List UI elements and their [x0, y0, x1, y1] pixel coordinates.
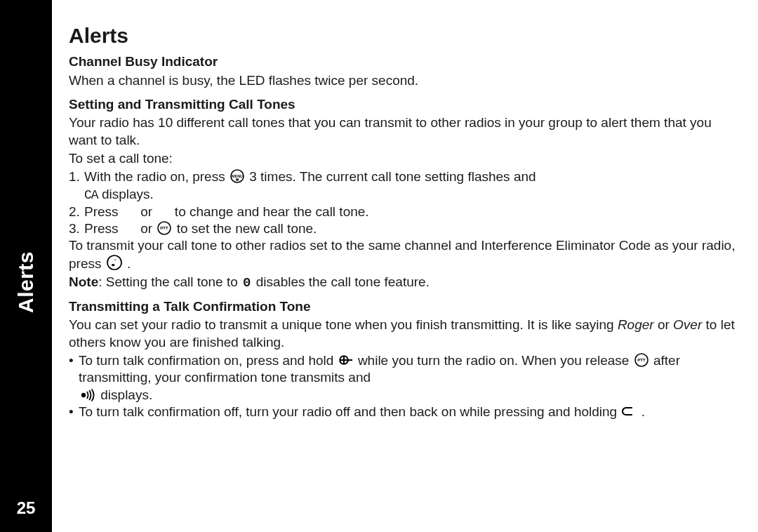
- transmit-icon: [339, 353, 353, 367]
- word-roger: Roger: [618, 317, 654, 332]
- svg-text:MENU: MENU: [232, 175, 243, 179]
- svg-point-3: [237, 179, 237, 180]
- svg-text:PTT: PTT: [637, 358, 646, 362]
- page-title: Alerts: [69, 22, 738, 49]
- bullet-dot: •: [69, 352, 79, 404]
- bullet-body: To turn talk confirmation off, turn your…: [79, 404, 738, 420]
- sidebar-tab: Alerts 25: [0, 0, 52, 532]
- text-talk-confirm-intro: You can set your radio to transmit a uni…: [69, 317, 738, 351]
- zero-segment-icon: 0: [241, 275, 252, 291]
- word-over: Over: [673, 317, 702, 332]
- svg-point-13: [81, 393, 86, 397]
- manual-page: Alerts 25 Alerts Channel Busy Indicator …: [0, 0, 758, 532]
- ptt-icon: PTT: [634, 353, 649, 367]
- step-body: With the radio on, press MENU 3 times. T…: [84, 168, 738, 203]
- music-note-icon: [107, 255, 122, 270]
- step-body: Press or to change and hear the call ton…: [84, 204, 738, 220]
- ptt-icon: PTT: [157, 221, 171, 235]
- content-area: Alerts Channel Busy Indicator When a cha…: [52, 0, 758, 532]
- note-line: Note: Setting the call tone to 0 disable…: [69, 274, 738, 291]
- page-number: 25: [0, 498, 52, 518]
- text-channel-busy: When a channel is busy, the LED flashes …: [69, 72, 738, 89]
- step-number: 2.: [69, 204, 84, 220]
- ordered-steps: 1. With the radio on, press MENU 3 times…: [69, 168, 738, 237]
- step-number: 3.: [69, 220, 84, 237]
- return-icon: [622, 406, 636, 418]
- step-1: 1. With the radio on, press MENU 3 times…: [69, 168, 738, 203]
- svg-point-7: [112, 263, 115, 265]
- step-number: 1.: [69, 168, 84, 203]
- step-body: Press or PTT to set the new call tone.: [84, 220, 738, 237]
- bullet-off: • To turn talk confirmation off, turn yo…: [69, 404, 738, 420]
- step-3: 3. Press or PTT to set the new call tone…: [69, 220, 738, 237]
- heading-talk-confirm: Transmitting a Talk Confirmation Tone: [69, 298, 738, 315]
- text-set-call-tone: To set a call tone:: [69, 150, 738, 167]
- heading-call-tones: Setting and Transmitting Call Tones: [69, 96, 738, 113]
- text-call-tones-intro: Your radio has 10 different call tones t…: [69, 114, 738, 149]
- note-label: Note: [69, 274, 98, 289]
- svg-point-6: [107, 255, 121, 270]
- menu-icon: MENU: [230, 169, 244, 183]
- heading-channel-busy: Channel Busy Indicator: [69, 53, 738, 70]
- ca-segment-icon: CA: [84, 188, 98, 202]
- step-2: 2. Press or to change and hear the call …: [69, 204, 738, 220]
- bullet-body: To turn talk confirmation on, press and …: [79, 352, 738, 404]
- soundwave-icon: [80, 389, 95, 401]
- text-transmit-tone: To transmit your call tone to other radi…: [69, 237, 738, 272]
- sidebar-section-title: Alerts: [14, 251, 38, 313]
- svg-text:PTT: PTT: [161, 226, 169, 230]
- bullet-dot: •: [69, 404, 79, 420]
- bullet-on: • To turn talk confirmation on, press an…: [69, 352, 738, 404]
